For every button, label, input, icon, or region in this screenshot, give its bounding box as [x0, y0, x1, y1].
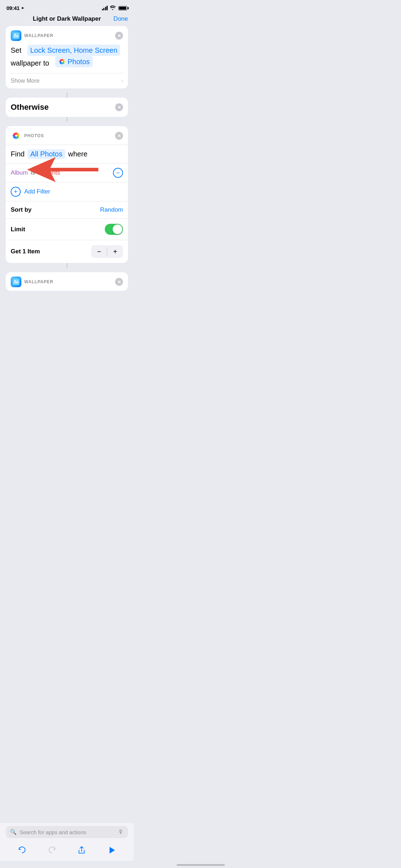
wifi-icon	[110, 5, 115, 11]
connector-1	[6, 93, 128, 98]
connector-2	[6, 117, 128, 122]
show-more-row[interactable]: Show More ›	[6, 73, 128, 88]
add-filter-row[interactable]: + Add Filter	[6, 182, 128, 201]
add-filter-icon: +	[11, 187, 21, 197]
photos-pill[interactable]: Photos	[55, 56, 93, 67]
photos-card-header: PHOTOS ✕	[6, 126, 128, 145]
done-button[interactable]: Done	[113, 15, 128, 22]
filter-album[interactable]: Album	[11, 169, 28, 176]
status-icons	[102, 5, 128, 11]
status-time: 09:41	[6, 5, 20, 11]
wallpaper-label-1: WALLPAPER	[24, 33, 53, 38]
photos-card-label: PHOTOS	[24, 133, 44, 138]
sort-by-value[interactable]: Random	[100, 206, 123, 213]
limit-toggle[interactable]	[105, 224, 123, 235]
signal-icon	[102, 6, 108, 10]
photos-app-icon	[11, 130, 21, 141]
sort-by-label: Sort by	[11, 206, 32, 213]
filter-value[interactable]: Recents	[38, 169, 60, 176]
svg-point-24	[14, 280, 16, 281]
otherwise-close-btn[interactable]: ✕	[115, 103, 123, 111]
wallpaper-card-2: WALLPAPER ✕	[6, 272, 128, 291]
get-item-row: Get 1 Item − +	[6, 240, 128, 263]
add-filter-label: Add Filter	[24, 188, 50, 195]
item-stepper[interactable]: − +	[91, 245, 123, 258]
page-title: Light or Dark Wallpaper	[33, 15, 101, 22]
wallpaper-close-btn-2[interactable]: ✕	[115, 278, 123, 286]
wallpaper-card-body: Set Lock Screen, Home Screen wallpaper t…	[6, 45, 128, 73]
filter-row: Album is Recents −	[6, 163, 128, 182]
connector-3	[6, 263, 128, 268]
find-row: Find All Photos where	[6, 145, 128, 163]
wallpaper-icon-2	[11, 277, 21, 287]
battery-icon	[118, 6, 127, 10]
status-bar: 09:41 ➤	[0, 0, 134, 12]
otherwise-card: Otherwise ✕	[6, 98, 128, 117]
otherwise-label: Otherwise	[11, 103, 48, 112]
photos-card: PHOTOS ✕ Find All Photos where Album is …	[6, 126, 128, 263]
wallpaper-label-2: WALLPAPER	[24, 279, 53, 284]
find-label: Find	[11, 150, 25, 158]
chevron-right-icon: ›	[121, 78, 123, 84]
get-item-label: Get 1 Item	[11, 248, 40, 255]
svg-point-20	[15, 135, 17, 137]
stepper-plus-button[interactable]: +	[107, 245, 123, 258]
sort-row: Sort by Random	[6, 201, 128, 218]
wallpaper-card-header: WALLPAPER ✕	[6, 26, 128, 45]
limit-label: Limit	[11, 226, 25, 233]
photos-close-btn[interactable]: ✕	[115, 132, 123, 140]
limit-row: Limit	[6, 218, 128, 240]
where-label: where	[68, 150, 87, 158]
nav-bar: Light or Dark Wallpaper Done	[0, 12, 134, 26]
filter-is: is	[31, 169, 35, 176]
svg-point-11	[61, 61, 63, 63]
location-icon: ➤	[21, 6, 24, 10]
toggle-knob	[113, 224, 122, 234]
stepper-minus-button[interactable]: −	[91, 245, 107, 258]
remove-filter-button[interactable]: −	[113, 168, 123, 178]
all-photos-pill[interactable]: All Photos	[27, 149, 65, 159]
wallpaper-icon	[11, 30, 21, 41]
wallpaper-card-2-header: WALLPAPER ✕	[6, 272, 128, 291]
filter-conditions: Album is Recents	[11, 169, 60, 176]
show-more-text: Show More	[11, 78, 40, 84]
svg-point-2	[14, 34, 16, 35]
wallpaper-close-btn-1[interactable]: ✕	[115, 32, 123, 40]
lock-home-screen-pill[interactable]: Lock Screen, Home Screen	[27, 45, 120, 56]
wallpaper-to-text: wallpaper to	[11, 59, 49, 67]
wallpaper-card-1: WALLPAPER ✕ Set Lock Screen, Home Screen…	[6, 26, 128, 88]
set-text: Set	[11, 46, 21, 54]
